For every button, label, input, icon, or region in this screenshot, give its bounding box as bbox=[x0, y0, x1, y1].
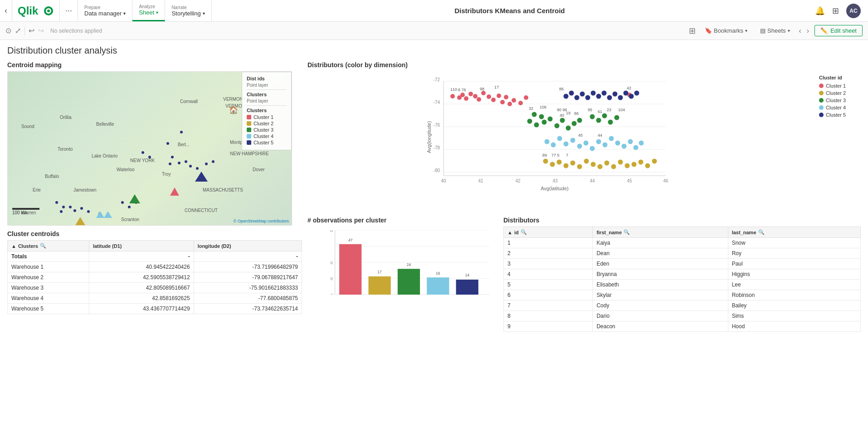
nav-next-icon[interactable]: › bbox=[807, 27, 809, 35]
smart-search-icon[interactable]: ⊙ bbox=[5, 26, 11, 35]
sheets-button[interactable]: ▤ Sheets ▾ bbox=[756, 25, 793, 36]
search-id-icon[interactable]: 🔍 bbox=[521, 229, 527, 235]
user-avatar[interactable]: AC bbox=[846, 4, 861, 18]
sheets-icon: ▤ bbox=[760, 27, 766, 34]
centroid-3-triangle bbox=[129, 194, 140, 203]
expand-icon[interactable]: ⤢ bbox=[15, 26, 21, 35]
search-lastname-icon[interactable]: 🔍 bbox=[758, 229, 765, 235]
svg-point-89 bbox=[639, 141, 644, 146]
top-nav: ‹ Qlik ··· Prepare Data manager ▾ Analyz… bbox=[0, 0, 868, 22]
toolbar-right: ⊞ 🔖 Bookmarks ▾ ▤ Sheets ▾ ‹ › ✏️ Edit s… bbox=[689, 25, 863, 36]
scatter-legend-label: Cluster 5 bbox=[826, 112, 846, 118]
centroid-2-triangle bbox=[75, 217, 86, 226]
svg-point-103 bbox=[618, 160, 623, 165]
svg-text:86: 86 bbox=[559, 87, 564, 91]
tab-narrate[interactable]: Narrate Storytelling ▾ bbox=[165, 0, 211, 21]
grid-icon[interactable]: ⊞ bbox=[832, 6, 839, 16]
svg-point-70 bbox=[596, 118, 601, 123]
map-dot bbox=[55, 201, 58, 204]
legend-color-dot bbox=[247, 121, 251, 126]
scatter-legend-item: Cluster 1 bbox=[819, 83, 857, 89]
centroid-4b-triangle bbox=[104, 211, 112, 218]
page-title: Distributors KMeans and Centroid bbox=[212, 0, 808, 21]
svg-point-105 bbox=[632, 162, 637, 167]
lastname-cell: Higgins bbox=[728, 269, 860, 280]
edit-sheet-button[interactable]: ✏️ Edit sheet bbox=[814, 25, 863, 36]
svg-point-87 bbox=[628, 139, 633, 144]
tab-analyze[interactable]: Analyze Sheet ▾ bbox=[132, 0, 165, 21]
notification-icon[interactable]: 🔔 bbox=[815, 6, 825, 16]
svg-point-82 bbox=[596, 139, 601, 144]
undo-icon[interactable]: ↩ bbox=[29, 26, 34, 35]
distributors-title: Distributors bbox=[503, 217, 861, 224]
svg-point-102 bbox=[611, 164, 616, 169]
map-legend-items: Cluster 1Cluster 2Cluster 3Cluster 4Clus… bbox=[247, 114, 287, 145]
svg-point-33 bbox=[487, 94, 491, 99]
table-row: 2DeanRoy bbox=[504, 248, 861, 259]
scatter-legend-label: Cluster 3 bbox=[826, 98, 846, 103]
col-first-name: first_name 🔍 bbox=[593, 227, 728, 238]
scatter-legend-dot bbox=[819, 91, 824, 95]
svg-text:44: 44 bbox=[598, 133, 602, 138]
tab-prepare[interactable]: Prepare Data manager ▾ bbox=[78, 0, 132, 21]
svg-point-69 bbox=[590, 114, 595, 119]
id-cell: 8 bbox=[504, 311, 593, 321]
scatter-legend-item: Cluster 2 bbox=[819, 90, 857, 96]
nav-prev-icon[interactable]: ‹ bbox=[799, 27, 801, 35]
legend-cluster-item: Cluster 3 bbox=[247, 127, 287, 133]
back-button[interactable]: ‹ bbox=[0, 0, 12, 21]
legend-color-dot bbox=[247, 134, 251, 138]
svg-point-52 bbox=[542, 120, 547, 125]
svg-point-31 bbox=[477, 97, 481, 102]
svg-text:Avg(longitude): Avg(longitude) bbox=[426, 121, 432, 153]
map-label-scranton: Scranton bbox=[121, 217, 139, 222]
col-latitude: latitude (D1) bbox=[89, 241, 194, 252]
firstname-cell: Eden bbox=[593, 259, 728, 269]
svg-text:-80: -80 bbox=[434, 168, 440, 173]
svg-text:86: 86 bbox=[574, 111, 579, 116]
bar-cluster3 bbox=[398, 269, 420, 295]
id-cell: 5 bbox=[504, 280, 593, 290]
svg-point-35 bbox=[497, 94, 501, 98]
map-label-toronto: Toronto bbox=[58, 147, 73, 152]
layout-icon[interactable]: ⊞ bbox=[689, 26, 696, 36]
svg-text:45: 45 bbox=[578, 133, 583, 138]
svg-point-34 bbox=[491, 98, 496, 102]
map-label-waterloo: Waterloo bbox=[117, 167, 135, 172]
svg-text:40: 40 bbox=[441, 178, 446, 183]
search-firstname-icon[interactable]: 🔍 bbox=[624, 229, 630, 235]
svg-text:47: 47 bbox=[348, 238, 353, 242]
search-clusters-icon[interactable]: 🔍 bbox=[40, 243, 46, 249]
svg-point-115 bbox=[580, 92, 585, 97]
lastname-cell: Lee bbox=[728, 280, 860, 290]
scatter-legend-label: Cluster 1 bbox=[826, 83, 846, 89]
map-legend: Dist ids Point layer Clusters Point laye… bbox=[242, 72, 292, 150]
observations-panel: # observations per cluster 60 bbox=[307, 217, 498, 332]
scatter-legend-item: Cluster 3 bbox=[819, 98, 857, 103]
map-credit[interactable]: © OpenStreetMap contributors bbox=[234, 219, 289, 223]
map-lake-ontario: Lake Ontario bbox=[92, 153, 117, 158]
redo-icon[interactable]: ↪ bbox=[38, 26, 44, 35]
toolbar: ⊙ ⤢ ↩ ↪ No selections applied ⊞ 🔖 Bookma… bbox=[0, 22, 868, 40]
firstname-cell: Cody bbox=[593, 301, 728, 311]
col-id: ▲ id 🔍 bbox=[504, 227, 593, 238]
svg-point-25 bbox=[450, 94, 455, 99]
home-icon: 🏠 bbox=[229, 106, 238, 114]
bookmarks-button[interactable]: 🔖 Bookmarks ▾ bbox=[701, 25, 751, 36]
legend-cluster-item: Cluster 4 bbox=[247, 133, 287, 139]
map-label-newyork: NEW YORK bbox=[130, 158, 155, 163]
legend-color-dot bbox=[247, 115, 251, 119]
svg-text:60: 60 bbox=[330, 230, 333, 233]
svg-text:40: 40 bbox=[560, 113, 564, 118]
svg-point-85 bbox=[615, 141, 620, 146]
scatter-legend-label: Cluster 2 bbox=[826, 90, 846, 96]
bar-cluster1 bbox=[339, 244, 361, 295]
more-options-button[interactable]: ··· bbox=[60, 0, 78, 21]
svg-point-84 bbox=[609, 136, 614, 141]
svg-point-96 bbox=[571, 161, 575, 166]
svg-point-122 bbox=[618, 95, 623, 100]
sheet-title: Distribution cluster analysis bbox=[7, 45, 861, 56]
svg-text:44: 44 bbox=[590, 178, 595, 183]
table-row: 7CodyBailey bbox=[504, 301, 861, 311]
map-dot bbox=[166, 142, 169, 145]
